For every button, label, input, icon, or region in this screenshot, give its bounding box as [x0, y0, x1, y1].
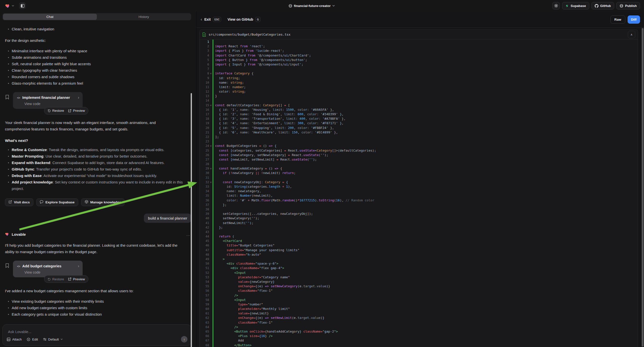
fold-spacer	[209, 98, 212, 103]
code-text: />	[213, 325, 238, 329]
fold-spacer	[209, 266, 212, 270]
fold-toggle-icon[interactable]: ∨	[209, 71, 212, 76]
version-card[interactable]: <>Implement financial planner›View code	[13, 92, 83, 109]
version-card[interactable]: <>Add budget categories›View code	[13, 260, 83, 277]
chevron-right-icon: ›	[78, 264, 79, 268]
view-on-github-button[interactable]: View on GitHub G	[228, 17, 260, 22]
gear-icon	[554, 4, 558, 8]
bullet-list: Minimalist interface with plenty of whit…	[5, 48, 191, 87]
file-path-row[interactable]: src/components/budget/BudgetCategories.t…	[200, 30, 638, 40]
model-select[interactable]: Default	[43, 338, 63, 341]
bullet-list: View existing budget categories with the…	[5, 298, 191, 318]
code-panel: ‹ Exit ESC View on GitHub G Raw Diff src…	[196, 12, 644, 347]
list-item: Debug with Ease: Activate our experiment…	[5, 172, 191, 179]
tab-history[interactable]: History	[97, 14, 191, 20]
lovable-logo-menu[interactable]	[5, 3, 14, 8]
version-actions-pill: RestorePreview	[44, 107, 88, 114]
raw-toggle-button[interactable]: Raw	[610, 16, 625, 24]
code-line: 20 { id: '5', name: 'Shopping', limit: 2…	[200, 126, 638, 130]
line-number: 16	[200, 108, 209, 112]
code-line: 14	[200, 98, 638, 103]
code-text	[213, 176, 215, 180]
fold-spacer	[209, 85, 212, 89]
attach-button[interactable]: Attach	[7, 338, 22, 341]
code-text: }	[213, 94, 217, 98]
line-number: 43	[200, 230, 209, 234]
message-menu-button[interactable]: ...	[186, 232, 190, 236]
supabase-bolt-icon	[565, 4, 569, 8]
sidebar-toggle-button[interactable]	[19, 2, 26, 9]
line-number: 44	[200, 234, 209, 239]
fold-spacer	[209, 225, 212, 230]
code-line: 58 <Input	[200, 298, 638, 302]
view-code-link[interactable]: View code	[24, 102, 79, 106]
code-line: 7	[200, 67, 638, 71]
code-diff-content[interactable]: 12import React from 'react';3import { Pl…	[200, 40, 638, 347]
code-text: const defaultCategories: Category[] = [	[213, 103, 290, 108]
collapse-file-button[interactable]: ∧	[628, 31, 635, 38]
github-label: GitHub	[600, 4, 611, 8]
code-line: 42 };	[200, 225, 638, 230]
supabase-button[interactable]: Supabase	[562, 2, 589, 10]
explore-supabase-button[interactable]: Explore Supabase	[36, 198, 78, 206]
tab-chat[interactable]: Chat	[3, 14, 97, 20]
restore-button[interactable]: Restore	[48, 277, 64, 281]
fold-toggle-icon[interactable]: ∨	[209, 180, 212, 184]
settings-button[interactable]	[552, 2, 560, 10]
manage-knowledge-button[interactable]: Manage knowledge	[81, 198, 125, 206]
fold-spacer	[209, 252, 212, 257]
code-text: <Plus size={16} />	[213, 334, 272, 338]
code-scrollbar[interactable]	[642, 28, 644, 346]
line-number: 56	[200, 288, 209, 293]
list-item: Refine & Customize: Tweak the design, an…	[5, 146, 191, 153]
chevron-down-icon	[60, 338, 63, 340]
publish-label: Publish	[625, 4, 637, 8]
bookmark-icon[interactable]	[5, 94, 10, 100]
code-line: 48 className="h-auto"	[200, 252, 638, 257]
github-button[interactable]: GitHub	[592, 2, 614, 10]
code-text	[213, 230, 215, 234]
code-line: 33 id: String(categories.length + 1),	[200, 184, 638, 189]
line-number: 1	[200, 40, 209, 44]
code-text: type="number"	[213, 302, 263, 307]
exit-button[interactable]: ‹ Exit ESC	[201, 17, 221, 22]
fold-toggle-icon[interactable]: ∨	[209, 166, 212, 171]
chat-input-box[interactable]: Ask Lovable... Attach Edit	[2, 324, 191, 346]
fold-toggle-icon[interactable]: ∨	[209, 103, 212, 108]
line-number: 49	[200, 257, 209, 261]
fold-spacer	[209, 121, 212, 126]
preview-button[interactable]: Preview	[68, 109, 85, 112]
quick-action-chips: Visit docsExplore SupabaseManage knowled…	[5, 198, 191, 206]
fold-spacer	[209, 48, 212, 53]
chip-label: Visit docs	[14, 200, 30, 204]
code-line: 11 limit: number;	[200, 85, 638, 89]
chat-scrollbar[interactable]	[191, 93, 192, 347]
chat-input-placeholder: Ask Lovable...	[8, 330, 31, 334]
send-button[interactable]: ↑	[181, 336, 188, 342]
version-card-col: <>Add budget categories›View codeRestore…	[13, 260, 88, 283]
line-number: 14	[200, 98, 209, 103]
project-switcher[interactable]: financial-future-creator	[288, 0, 335, 12]
publish-button[interactable]: Publish	[616, 2, 640, 10]
fold-toggle-icon[interactable]: ∨	[209, 144, 212, 148]
code-line: 47 subtitle="Manage your spending limits…	[200, 248, 638, 252]
diff-toggle-button[interactable]: Diff	[628, 16, 640, 24]
edit-mode-button[interactable]: Edit	[27, 338, 38, 341]
code-line: 8∨interface Category {	[200, 71, 638, 76]
github-icon	[595, 4, 598, 8]
version-card-col: <>Implement financial planner›View codeR…	[13, 92, 88, 114]
fold-spacer	[209, 207, 212, 212]
code-line: 61 value={newLimit}	[200, 311, 638, 316]
code-line: 43	[200, 230, 638, 234]
preview-button[interactable]: Preview	[68, 277, 85, 281]
list-item: Each category gets a unique color for vi…	[5, 311, 191, 318]
line-number: 5	[200, 58, 209, 62]
bookmark-icon[interactable]	[5, 263, 10, 268]
visit-docs-button[interactable]: Visit docs	[5, 198, 33, 206]
fold-spacer	[209, 234, 212, 239]
chat-message-list[interactable]: Clean, intuitive navigationFor the desig…	[0, 20, 196, 322]
code-line: 40 setNewCategory('');	[200, 216, 638, 220]
view-code-link[interactable]: View code	[24, 270, 79, 274]
line-number: 27	[200, 157, 209, 162]
restore-button[interactable]: Restore	[48, 109, 64, 112]
